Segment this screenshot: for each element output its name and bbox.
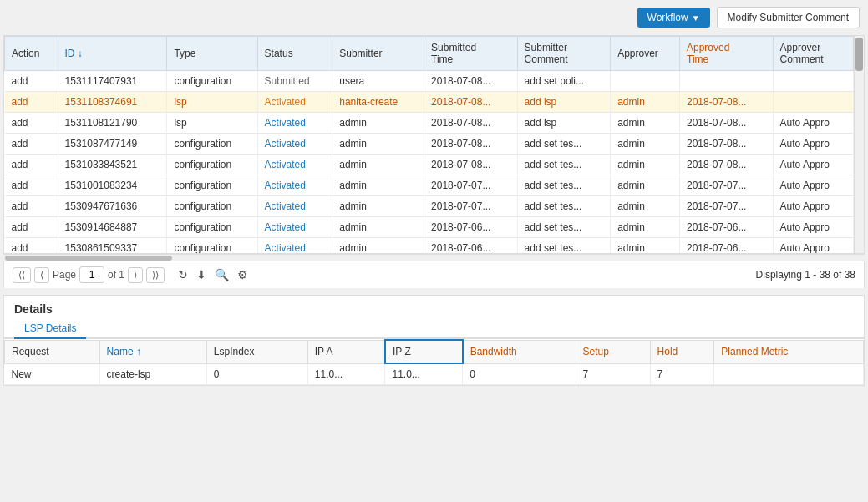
settings-button[interactable]: ⚙ (236, 266, 250, 283)
table-row[interactable]: add1530914684887configurationActivatedad… (5, 217, 854, 238)
main-table-container: ActionID ↓TypeStatusSubmitterSubmittedTi… (3, 35, 865, 254)
details-col-request[interactable]: Request (5, 340, 100, 363)
cell-submitter: admin (332, 113, 424, 134)
first-page-button[interactable]: ⟨⟨ (13, 267, 31, 283)
page-input[interactable] (79, 266, 104, 283)
toolbar: Workflow ▼ Modify Submitter Comment (0, 0, 868, 35)
status-badge: Activated (265, 200, 306, 212)
lsp-details-tab[interactable]: LSP Details (14, 319, 86, 339)
download-button[interactable]: ⬇ (195, 266, 208, 283)
cell-submitted_time: 2018-07-07... (424, 175, 518, 196)
main-col-action[interactable]: Action (5, 37, 58, 71)
details-table-wrapper[interactable]: RequestName ↑LspIndexIP AIP ZBandwidthSe… (4, 339, 864, 385)
cell-approver_comment: Auto Appro (773, 155, 853, 175)
details-cell-setup: 7 (576, 363, 650, 385)
main-table-scrollbar[interactable] (854, 36, 864, 253)
cell-id: 1531033843521 (58, 155, 167, 175)
pagination-bar: ⟨⟨ ⟨ Page of 1 ⟩ ⟩⟩ ↻ ⬇ 🔍 ⚙ Displaying 1… (3, 261, 865, 288)
status-badge: Activated (265, 117, 306, 129)
workflow-label: Workflow (647, 12, 688, 23)
cell-approved_time: 2018-07-08... (680, 92, 774, 113)
main-col-approver[interactable]: Approver (611, 37, 680, 71)
table-row[interactable]: add1531108374691lspActivatedhanita-creat… (5, 92, 854, 113)
main-col-submitted_time[interactable]: SubmittedTime (424, 37, 518, 71)
details-cell-ip_a: 11.0... (307, 363, 385, 385)
main-col-submitter_comment[interactable]: SubmitterComment (517, 37, 611, 71)
main-table-wrapper[interactable]: ActionID ↓TypeStatusSubmitterSubmittedTi… (4, 36, 854, 253)
prev-page-button[interactable]: ⟨ (34, 267, 49, 283)
table-row[interactable]: add1531087477149configurationActivatedad… (5, 134, 854, 155)
cell-submitted_time: 2018-07-08... (424, 155, 518, 175)
details-table-row[interactable]: Newcreate-lsp011.0...11.0...077 (5, 363, 864, 385)
cell-approved_time: 2018-07-08... (680, 155, 774, 175)
details-table-body: Newcreate-lsp011.0...11.0...077 (5, 363, 864, 385)
workflow-button[interactable]: Workflow ▼ (637, 8, 710, 28)
details-col-setup[interactable]: Setup (576, 340, 650, 363)
cell-type: configuration (167, 238, 257, 254)
cell-submitter: usera (332, 71, 424, 92)
modify-comment-button[interactable]: Modify Submitter Comment (717, 7, 860, 28)
table-row[interactable]: add1531033843521configurationActivatedad… (5, 155, 854, 175)
workflow-chevron-icon: ▼ (692, 13, 700, 23)
cell-id: 1531108121790 (58, 113, 167, 134)
details-col-lsp_index[interactable]: LspIndex (206, 340, 307, 363)
cell-id: 1530947671636 (58, 196, 167, 217)
cell-approver: admin (611, 113, 680, 134)
status-badge: Activated (265, 221, 306, 233)
cell-submitted_time: 2018-07-08... (424, 71, 518, 92)
cell-approver_comment: Auto Appro (773, 196, 853, 217)
status-badge: Activated (265, 180, 306, 191)
details-col-planned_metric[interactable]: Planned Metric (714, 340, 864, 363)
horizontal-scrollbar[interactable] (3, 254, 865, 261)
last-page-button[interactable]: ⟩⟩ (146, 267, 165, 283)
table-row[interactable]: add1531108121790lspActivatedadmin2018-07… (5, 113, 854, 134)
cell-approved_time: 2018-07-08... (680, 134, 774, 155)
table-row[interactable]: add1531001083234configurationActivatedad… (5, 175, 854, 196)
main-col-type[interactable]: Type (167, 37, 257, 71)
cell-approver (611, 71, 680, 92)
cell-approved_time: 2018-07-06... (680, 217, 774, 238)
table-row[interactable]: add1531117407931configurationSubmittedus… (5, 71, 854, 92)
cell-status: Activated (257, 134, 332, 155)
cell-type: configuration (167, 71, 257, 92)
details-col-hold[interactable]: Hold (650, 340, 714, 363)
cell-action: add (5, 175, 58, 196)
refresh-button[interactable]: ↻ (176, 266, 190, 283)
status-badge: Activated (265, 242, 306, 253)
search-button[interactable]: 🔍 (213, 266, 231, 283)
next-page-button[interactable]: ⟩ (128, 267, 143, 283)
table-row[interactable]: add1530947671636configurationActivatedad… (5, 196, 854, 217)
pagination-left: ⟨⟨ ⟨ Page of 1 ⟩ ⟩⟩ ↻ ⬇ 🔍 ⚙ (13, 266, 250, 283)
table-row[interactable]: add1530861509337configurationActivatedad… (5, 238, 854, 254)
cell-approver: admin (611, 134, 680, 155)
cell-submitter_comment: add lsp (517, 92, 611, 113)
details-col-ip_z[interactable]: IP Z (385, 340, 463, 363)
main-col-status[interactable]: Status (257, 37, 332, 71)
details-col-name[interactable]: Name ↑ (99, 340, 206, 363)
main-col-id[interactable]: ID ↓ (58, 37, 167, 71)
details-col-bandwidth[interactable]: Bandwidth (463, 340, 576, 363)
cell-status: Activated (257, 113, 332, 134)
cell-type: configuration (167, 134, 257, 155)
cell-type: configuration (167, 155, 257, 175)
cell-id: 1531108374691 (58, 92, 167, 113)
cell-approved_time: 2018-07-07... (680, 196, 774, 217)
pagination-icons: ↻ ⬇ 🔍 ⚙ (176, 266, 250, 283)
cell-status: Submitted (257, 71, 332, 92)
cell-approver: admin (611, 155, 680, 175)
cell-submitter_comment: add set tes... (517, 238, 611, 254)
cell-id: 1531001083234 (58, 175, 167, 196)
cell-approver_comment: Auto Appro (773, 217, 853, 238)
cell-approver_comment (773, 92, 853, 113)
main-col-approved_time[interactable]: ApprovedTime (680, 37, 774, 71)
cell-approver_comment (773, 71, 853, 92)
status-badge: Activated (265, 96, 306, 108)
main-col-submitter[interactable]: Submitter (332, 37, 424, 71)
page-label: Page (53, 269, 76, 281)
main-col-approver_comment[interactable]: ApproverComment (773, 37, 853, 71)
details-tab-bar: LSP Details (4, 319, 864, 339)
details-section: Details LSP Details RequestName ↑LspInde… (3, 295, 865, 386)
details-col-ip_a[interactable]: IP A (307, 340, 385, 363)
cell-submitted_time: 2018-07-08... (424, 134, 518, 155)
horizontal-scrollbar-thumb (5, 256, 172, 261)
